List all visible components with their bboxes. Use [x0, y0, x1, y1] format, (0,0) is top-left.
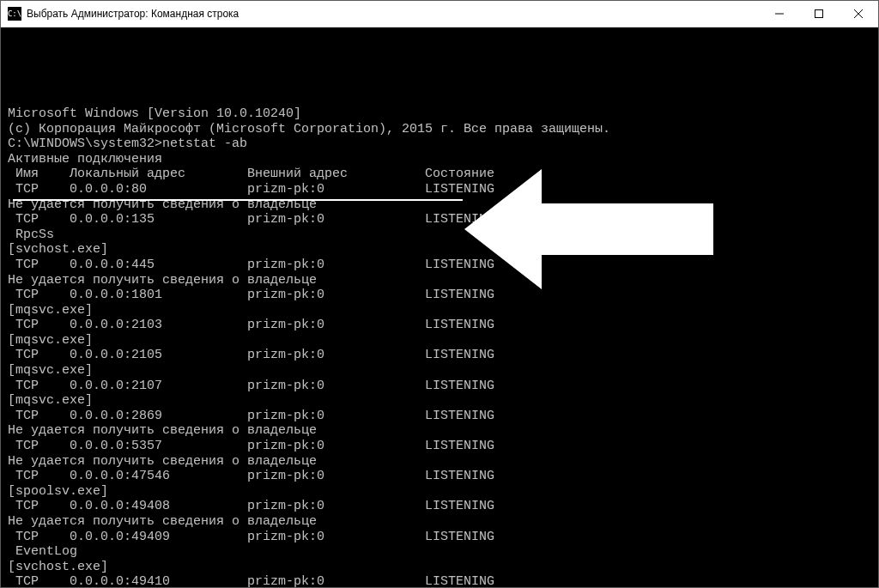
highlight-underline [13, 199, 463, 201]
console-prompt-line: C:\WINDOWS\system32>netstat -ab [8, 136, 871, 152]
connection-row: TCP 0.0.0.0:2105 prizm-pk:0 LISTENING [8, 348, 871, 363]
process-owner: [spoolsv.exe] [8, 484, 871, 500]
window-title: Выбрать Администратор: Командная строка [27, 8, 760, 20]
owner-info-unavailable: Не удается получить сведения о владельце [8, 423, 871, 439]
column-headers: Имя Локальный адрес Внешний адрес Состоя… [8, 167, 871, 182]
process-owner: RpcSs [8, 227, 871, 243]
minimize-button[interactable] [760, 1, 799, 27]
connection-row: TCP 0.0.0.0:135 prizm-pk:0 LISTENING [8, 212, 871, 227]
maximize-button[interactable] [799, 1, 839, 27]
console-banner: Microsoft Windows [Version 10.0.10240] [8, 106, 871, 122]
entered-command: netstat -ab [162, 136, 247, 151]
process-owner: [svchost.exe] [8, 560, 871, 575]
cmd-icon: C:\ [8, 7, 21, 21]
connection-row: TCP 0.0.0.0:47546 prizm-pk:0 LISTENING [8, 469, 871, 484]
console-client-area[interactable]: Microsoft Windows [Version 10.0.10240](c… [1, 27, 878, 587]
close-button[interactable] [839, 1, 878, 27]
owner-info-unavailable: Не удается получить сведения о владельце [8, 454, 871, 470]
process-owner: [mqsvc.exe] [8, 333, 871, 349]
console-banner: (c) Корпорация Майкрософт (Microsoft Cor… [8, 122, 871, 137]
title-bar[interactable]: C:\ Выбрать Администратор: Командная стр… [1, 1, 878, 27]
svg-rect-0 [815, 10, 823, 18]
connection-row: TCP 0.0.0.0:2869 prizm-pk:0 LISTENING [8, 409, 871, 424]
process-owner: [mqsvc.exe] [8, 393, 871, 409]
connection-row: TCP 0.0.0.0:5357 prizm-pk:0 LISTENING [8, 439, 871, 454]
os-window: C:\ Выбрать Администратор: Командная стр… [0, 0, 879, 588]
section-heading: Активные подключения [8, 152, 871, 167]
window-controls [760, 1, 878, 27]
owner-info-unavailable: Не удается получить сведения о владельце [8, 273, 871, 288]
connection-row: TCP 0.0.0.0:2107 prizm-pk:0 LISTENING [8, 379, 871, 394]
owner-info-unavailable: Не удается получить сведения о владельце [8, 514, 871, 530]
process-owner: [mqsvc.exe] [8, 303, 871, 318]
connection-row: TCP 0.0.0.0:80 prizm-pk:0 LISTENING [8, 182, 871, 197]
connection-row: TCP 0.0.0.0:1801 prizm-pk:0 LISTENING [8, 288, 871, 303]
connection-row: TCP 0.0.0.0:49409 prizm-pk:0 LISTENING [8, 530, 871, 545]
connection-row: TCP 0.0.0.0:445 prizm-pk:0 LISTENING [8, 258, 871, 273]
connection-row: TCP 0.0.0.0:49408 prizm-pk:0 LISTENING [8, 499, 871, 514]
process-owner: [svchost.exe] [8, 242, 871, 258]
process-owner: [mqsvc.exe] [8, 363, 871, 379]
process-owner: EventLog [8, 544, 871, 560]
connection-row: TCP 0.0.0.0:2103 prizm-pk:0 LISTENING [8, 318, 871, 333]
connection-row: TCP 0.0.0.0:49410 prizm-pk:0 LISTENING [8, 574, 871, 587]
prompt: C:\WINDOWS\system32> [8, 136, 162, 151]
